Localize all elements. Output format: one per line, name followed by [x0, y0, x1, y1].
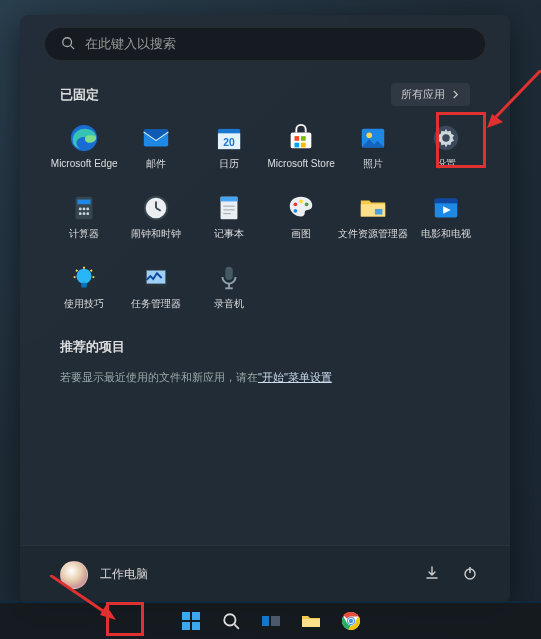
svg-rect-39 — [435, 199, 458, 204]
svg-rect-9 — [301, 136, 306, 141]
app-label: 照片 — [363, 158, 383, 170]
app-tile-store[interactable]: Microsoft Store — [265, 116, 337, 176]
app-label: 日历 — [219, 158, 239, 170]
tips-icon — [68, 262, 100, 294]
edge-icon — [68, 122, 100, 154]
svg-point-13 — [367, 132, 373, 138]
download-icon[interactable] — [424, 565, 440, 585]
start-footer: 工作电脑 — [20, 545, 510, 603]
search-icon — [61, 36, 75, 53]
photos-icon — [357, 122, 389, 154]
app-label: 任务管理器 — [131, 298, 181, 310]
app-label: 画图 — [291, 228, 311, 240]
chevron-right-icon — [451, 89, 460, 101]
taskbar — [0, 601, 541, 639]
paint-icon — [285, 192, 317, 224]
username: 工作电脑 — [100, 566, 148, 583]
svg-point-20 — [87, 208, 90, 211]
svg-point-32 — [294, 202, 298, 206]
svg-point-0 — [63, 37, 72, 46]
calendar-icon: 20 — [213, 122, 245, 154]
svg-rect-11 — [301, 143, 306, 148]
app-label: 录音机 — [214, 298, 244, 310]
app-tile-mail[interactable]: 邮件 — [120, 116, 192, 176]
svg-rect-56 — [271, 616, 280, 626]
taskbar-taskview-icon[interactable] — [258, 608, 284, 634]
app-label: 使用技巧 — [64, 298, 104, 310]
svg-line-54 — [234, 624, 239, 629]
app-tile-paint[interactable]: 画图 — [265, 186, 337, 246]
recommended-hint: 若要显示最近使用的文件和新应用，请在"开始"菜单设置 — [60, 370, 470, 385]
start-settings-link[interactable]: "开始"菜单设置 — [258, 371, 332, 383]
settings-icon — [430, 122, 462, 154]
svg-rect-10 — [295, 143, 300, 148]
svg-point-61 — [348, 619, 352, 623]
svg-rect-51 — [182, 622, 190, 630]
svg-point-53 — [224, 614, 235, 625]
app-tile-tips[interactable]: 使用技巧 — [48, 256, 120, 316]
svg-text:20: 20 — [223, 137, 235, 148]
svg-line-1 — [71, 45, 75, 49]
svg-point-23 — [87, 212, 90, 215]
app-tile-recorder[interactable]: 录音机 — [193, 256, 265, 316]
calculator-icon — [68, 192, 100, 224]
app-tile-explorer[interactable]: 文件资源管理器 — [337, 186, 409, 246]
recommended-title: 推荐的项目 — [60, 338, 470, 356]
app-label: 文件资源管理器 — [338, 228, 408, 240]
pinned-header: 已固定 所有应用 — [20, 69, 510, 116]
taskbar-chrome-icon[interactable] — [338, 608, 364, 634]
pinned-grid: Microsoft Edge邮件20日历Microsoft Store照片设置计… — [20, 116, 510, 316]
app-label: Microsoft Store — [268, 158, 335, 170]
avatar — [60, 561, 88, 589]
app-tile-settings[interactable]: 设置 — [410, 116, 482, 176]
recorder-icon — [213, 262, 245, 294]
app-tile-photos[interactable]: 照片 — [337, 116, 409, 176]
pinned-title: 已固定 — [60, 86, 99, 104]
taskmgr-icon — [140, 262, 172, 294]
app-label: 闹钟和时钟 — [131, 228, 181, 240]
app-label: 电影和电视 — [421, 228, 471, 240]
taskbar-search-icon[interactable] — [218, 608, 244, 634]
app-tile-calculator[interactable]: 计算器 — [48, 186, 120, 246]
power-icon[interactable] — [462, 565, 478, 585]
clock-icon — [140, 192, 172, 224]
app-label: Microsoft Edge — [51, 158, 118, 170]
all-apps-label: 所有应用 — [401, 87, 445, 102]
svg-rect-8 — [295, 136, 300, 141]
notepad-icon — [213, 192, 245, 224]
app-tile-calendar[interactable]: 20日历 — [193, 116, 265, 176]
svg-point-35 — [294, 209, 298, 213]
start-menu: 在此键入以搜索 已固定 所有应用 Microsoft Edge邮件20日历Mic… — [20, 15, 510, 603]
search-placeholder: 在此键入以搜索 — [85, 35, 176, 53]
app-tile-clock[interactable]: 闹钟和时钟 — [120, 186, 192, 246]
svg-rect-17 — [78, 200, 91, 205]
explorer-icon — [357, 192, 389, 224]
svg-rect-57 — [302, 619, 320, 627]
mail-icon — [140, 122, 172, 154]
svg-point-18 — [79, 208, 82, 211]
all-apps-button[interactable]: 所有应用 — [391, 83, 470, 106]
app-tile-taskmgr[interactable]: 任务管理器 — [120, 256, 192, 316]
svg-rect-44 — [225, 267, 233, 280]
svg-rect-50 — [192, 612, 200, 620]
store-icon — [285, 122, 317, 154]
taskbar-start-button[interactable] — [178, 608, 204, 634]
user-button[interactable]: 工作电脑 — [60, 561, 148, 589]
taskbar-explorer-icon[interactable] — [298, 608, 324, 634]
svg-point-40 — [77, 269, 92, 284]
svg-point-19 — [83, 208, 86, 211]
svg-point-21 — [79, 212, 82, 215]
svg-rect-28 — [220, 197, 237, 202]
app-label: 计算器 — [69, 228, 99, 240]
svg-rect-37 — [375, 209, 383, 215]
svg-rect-49 — [182, 612, 190, 620]
app-label: 邮件 — [146, 158, 166, 170]
svg-rect-55 — [262, 616, 269, 626]
app-label: 记事本 — [214, 228, 244, 240]
search-input[interactable]: 在此键入以搜索 — [44, 27, 486, 61]
svg-rect-52 — [192, 622, 200, 630]
svg-point-22 — [83, 212, 86, 215]
app-tile-edge[interactable]: Microsoft Edge — [48, 116, 120, 176]
app-tile-notepad[interactable]: 记事本 — [193, 186, 265, 246]
app-tile-movies[interactable]: 电影和电视 — [410, 186, 482, 246]
